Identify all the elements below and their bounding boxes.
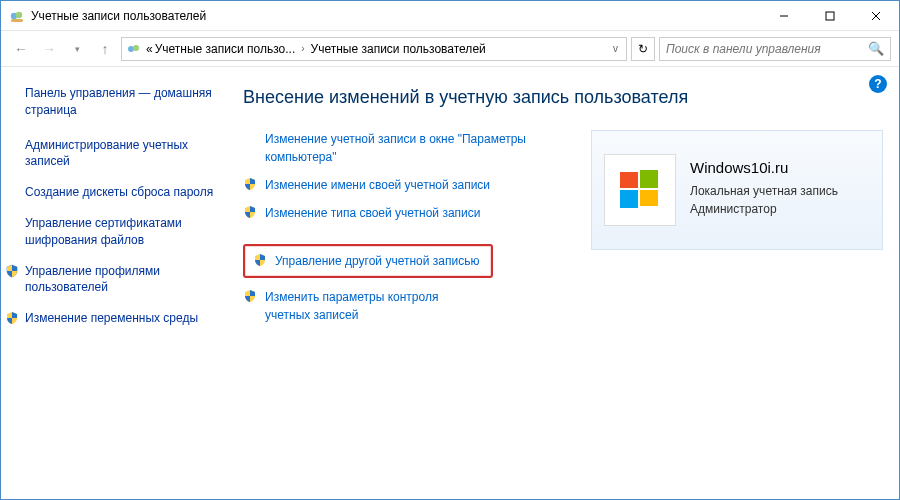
window-title: Учетные записи пользователей xyxy=(31,9,206,23)
breadcrumb-seg-2[interactable]: Учетные записи пользователей xyxy=(311,42,486,56)
svg-rect-2 xyxy=(11,19,23,22)
navbar: ← → ▾ ↑ « Учетные записи пользо... › Уче… xyxy=(1,31,899,67)
forward-button[interactable]: → xyxy=(37,37,61,61)
sidebar-item-env-vars[interactable]: Изменение переменных среды xyxy=(5,310,221,327)
svg-point-1 xyxy=(16,11,22,17)
breadcrumb-icon xyxy=(126,41,142,57)
shield-icon xyxy=(5,311,19,325)
breadcrumb-chevron-icon: › xyxy=(297,43,308,54)
app-icon xyxy=(9,8,25,24)
link-change-type[interactable]: Изменение типа своей учетной записи xyxy=(243,204,567,222)
page-heading: Внесение изменений в учетную запись поль… xyxy=(243,87,883,108)
sidebar-item-admin-accounts[interactable]: Администрирование учетных записей xyxy=(25,137,221,171)
main-row: Изменение учетной записи в окне "Парамет… xyxy=(243,130,883,334)
content-area: ? Панель управления — домашняя страница … xyxy=(1,67,899,499)
avatar xyxy=(604,154,676,226)
link-label: Изменение типа своей учетной записи xyxy=(265,204,480,222)
sidebar: Панель управления — домашняя страница Ад… xyxy=(1,67,231,499)
breadcrumb-dropdown-icon[interactable]: v xyxy=(609,43,622,54)
sidebar-item-user-profiles[interactable]: Управление профилями пользователей xyxy=(5,263,221,297)
control-panel-window: Учетные записи пользователей ← → ▾ ↑ « У… xyxy=(0,0,900,500)
user-card: Windows10i.ru Локальная учетная запись А… xyxy=(591,130,883,250)
link-label: Изменение учетной записи в окне "Парамет… xyxy=(265,130,567,166)
sidebar-item-label: Создание дискеты сброса пароля xyxy=(25,184,213,201)
breadcrumb-seg-1[interactable]: Учетные записи пользо... xyxy=(155,42,296,56)
svg-rect-10 xyxy=(640,170,658,188)
back-button[interactable]: ← xyxy=(9,37,33,61)
sidebar-item-label: Администрирование учетных записей xyxy=(25,137,221,171)
breadcrumb-bar[interactable]: « Учетные записи пользо... › Учетные зап… xyxy=(121,37,627,61)
svg-rect-11 xyxy=(620,190,638,208)
link-label: Изменить параметры контроля учетных запи… xyxy=(265,288,485,324)
breadcrumb: « Учетные записи пользо... › Учетные зап… xyxy=(146,42,486,56)
help-button[interactable]: ? xyxy=(869,75,887,93)
shield-icon xyxy=(243,289,257,303)
windows-logo-icon xyxy=(614,164,666,216)
breadcrumb-prefix: « xyxy=(146,42,153,56)
recent-dropdown[interactable]: ▾ xyxy=(65,37,89,61)
link-label: Управление другой учетной записью xyxy=(275,252,479,270)
search-box[interactable]: 🔍 xyxy=(659,37,891,61)
action-links: Изменение учетной записи в окне "Парамет… xyxy=(243,130,567,334)
minimize-button[interactable] xyxy=(761,1,807,31)
sidebar-item-encryption-certs[interactable]: Управление сертификатами шифрования файл… xyxy=(25,215,221,249)
svg-rect-4 xyxy=(826,12,834,20)
link-change-name[interactable]: Изменение имени своей учетной записи xyxy=(243,176,567,194)
link-change-in-settings[interactable]: Изменение учетной записи в окне "Парамет… xyxy=(243,130,567,166)
search-input[interactable] xyxy=(666,42,868,56)
shield-icon xyxy=(253,253,267,267)
svg-rect-12 xyxy=(640,190,658,206)
close-button[interactable] xyxy=(853,1,899,31)
maximize-button[interactable] xyxy=(807,1,853,31)
svg-point-7 xyxy=(128,46,134,52)
titlebar: Учетные записи пользователей xyxy=(1,1,899,31)
link-manage-other-account[interactable]: Управление другой учетной записью xyxy=(243,244,493,278)
main-panel: Внесение изменений в учетную запись поль… xyxy=(231,67,899,499)
link-label: Изменение имени своей учетной записи xyxy=(265,176,490,194)
up-button[interactable]: ↑ xyxy=(93,37,117,61)
sidebar-item-password-reset-disk[interactable]: Создание дискеты сброса пароля xyxy=(25,184,221,201)
sidebar-item-label: Управление профилями пользователей xyxy=(25,263,221,297)
svg-rect-9 xyxy=(620,172,638,188)
window-controls xyxy=(761,1,899,31)
shield-icon xyxy=(243,205,257,219)
svg-point-8 xyxy=(133,45,139,51)
shield-icon xyxy=(5,264,19,278)
shield-icon xyxy=(243,177,257,191)
sidebar-item-label: Управление сертификатами шифрования файл… xyxy=(25,215,221,249)
sidebar-item-label: Изменение переменных среды xyxy=(25,310,198,327)
user-role: Администратор xyxy=(690,200,838,218)
user-account-type: Локальная учетная запись xyxy=(690,182,838,200)
link-uac-settings[interactable]: Изменить параметры контроля учетных запи… xyxy=(243,288,567,324)
refresh-button[interactable]: ↻ xyxy=(631,37,655,61)
user-name: Windows10i.ru xyxy=(690,157,838,180)
search-icon[interactable]: 🔍 xyxy=(868,41,884,56)
sidebar-home-link[interactable]: Панель управления — домашняя страница xyxy=(25,85,221,119)
user-info: Windows10i.ru Локальная учетная запись А… xyxy=(690,143,838,237)
